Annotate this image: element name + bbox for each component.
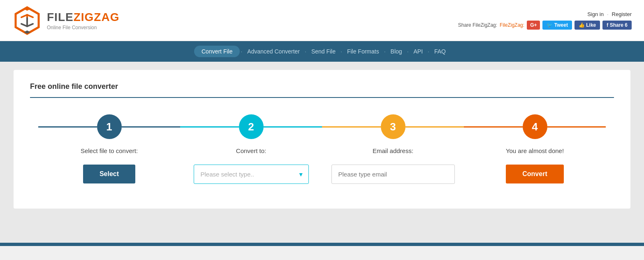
step-4-line-left xyxy=(464,126,523,128)
nav-link-api[interactable]: API xyxy=(410,41,427,62)
share-filezigzag: FileZigZag: xyxy=(500,22,524,28)
logo-file: FILE xyxy=(47,11,74,23)
step-1-indicator: 1 xyxy=(38,114,180,139)
step-4-action: Convert xyxy=(506,165,563,183)
nav-link-blog[interactable]: Blog xyxy=(387,41,406,62)
thumbs-up-icon: 👍 xyxy=(579,22,585,28)
card-title: Free online file converter xyxy=(30,82,614,98)
logo-text: FILEZIGZAG Online File Conversion xyxy=(47,11,119,30)
step-1: 1 Select file to convert: Select xyxy=(38,114,180,183)
nav-sep-1: · xyxy=(240,48,243,55)
nav-item-convert-file[interactable]: Convert File xyxy=(194,46,240,57)
navbar: Convert File · Advanced Converter · Send… xyxy=(0,41,644,62)
footer-stripe xyxy=(0,243,644,246)
step-1-label: Select file to convert: xyxy=(81,147,138,154)
select-file-button[interactable]: Select xyxy=(83,165,135,183)
step-1-line-right xyxy=(122,126,181,128)
convert-button[interactable]: Convert xyxy=(506,165,563,183)
step-3-line-right xyxy=(405,126,464,128)
tweet-button[interactable]: 🐦 Tweet xyxy=(542,21,572,30)
facebook-icon: f xyxy=(607,22,608,28)
nav-item-send-file[interactable]: Send File xyxy=(307,41,340,62)
logo-name: FILEZIGZAG xyxy=(47,11,119,24)
step-3-line-left xyxy=(322,126,381,128)
step-2: 2 Convert to: Please select type.. ▼ xyxy=(180,114,322,184)
step-2-circle: 2 xyxy=(239,114,264,139)
step-1-line-left xyxy=(38,126,97,128)
nav-sep-6: · xyxy=(427,48,430,55)
select-type-wrapper: Please select type.. ▼ xyxy=(194,165,309,184)
nav-item-faq[interactable]: FAQ xyxy=(430,41,450,62)
step-3-number: 3 xyxy=(390,121,396,133)
nav-sep-4: · xyxy=(383,48,387,55)
auth-dot: · xyxy=(607,11,609,17)
nav-item-file-formats[interactable]: File Formats xyxy=(343,41,383,62)
step-2-action: Please select type.. ▼ xyxy=(194,165,309,184)
nav-link-faq[interactable]: FAQ xyxy=(430,41,450,62)
converter-card: Free online file converter 1 Select file… xyxy=(14,70,630,209)
tweet-icon: 🐦 xyxy=(547,22,553,28)
step-2-number: 2 xyxy=(248,121,254,133)
logo-tagline: Online File Conversion xyxy=(47,25,119,30)
convert-type-select[interactable]: Please select type.. xyxy=(194,165,309,184)
nav-link-send-file[interactable]: Send File xyxy=(307,41,340,62)
step-2-line-right xyxy=(264,126,322,128)
step-2-line-left xyxy=(180,126,239,128)
step-4-indicator: 4 xyxy=(464,114,606,139)
step-3-indicator: 3 xyxy=(322,114,464,139)
logo-area: FILEZIGZAG Online File Conversion xyxy=(12,6,119,35)
step-4: 4 You are almost done! Convert xyxy=(464,114,606,183)
logo-zigzag: ZIGZAG xyxy=(74,11,120,23)
step-3-label: Email address: xyxy=(373,147,413,154)
nav-link-convert-file[interactable]: Convert File xyxy=(194,46,240,57)
header-auth: Sign in · Register xyxy=(587,11,632,17)
share-label: Share FileZigZag: xyxy=(458,22,497,28)
step-3-circle: 3 xyxy=(381,114,405,139)
nav-item-advanced-converter[interactable]: Advanced Converter xyxy=(243,41,304,62)
logo-icon xyxy=(12,6,42,35)
nav-items: Convert File · Advanced Converter · Send… xyxy=(194,41,450,62)
fb-share-button[interactable]: f Share 6 xyxy=(602,21,632,30)
google-plus-button[interactable]: G+ xyxy=(527,21,540,30)
nav-sep-3: · xyxy=(340,48,343,55)
step-1-number: 1 xyxy=(106,121,112,133)
step-2-label: Convert to: xyxy=(236,147,266,154)
like-button[interactable]: 👍 Like xyxy=(575,21,600,30)
step-2-indicator: 2 xyxy=(180,114,322,139)
step-4-circle: 4 xyxy=(523,114,547,139)
header-right: Sign in · Register Share FileZigZag: Fil… xyxy=(458,11,632,30)
step-3-action xyxy=(331,165,455,184)
email-input[interactable] xyxy=(331,165,455,184)
nav-item-blog[interactable]: Blog xyxy=(387,41,406,62)
nav-sep-2: · xyxy=(304,48,307,55)
register-link[interactable]: Register xyxy=(612,11,632,17)
social-share: Share FileZigZag: FileZigZag: G+ 🐦 Tweet… xyxy=(458,21,632,30)
main-wrapper: Free online file converter 1 Select file… xyxy=(0,62,644,243)
nav-link-file-formats[interactable]: File Formats xyxy=(343,41,383,62)
signin-link[interactable]: Sign in xyxy=(587,11,604,17)
steps-container: 1 Select file to convert: Select 2 xyxy=(30,114,614,184)
step-4-line-right xyxy=(547,126,606,128)
step-3: 3 Email address: xyxy=(322,114,464,184)
header: FILEZIGZAG Online File Conversion Sign i… xyxy=(0,0,644,41)
nav-item-api[interactable]: API xyxy=(410,41,427,62)
step-1-action: Select xyxy=(83,165,135,183)
step-4-number: 4 xyxy=(532,121,537,133)
nav-link-advanced-converter[interactable]: Advanced Converter xyxy=(243,41,304,62)
step-4-label: You are almost done! xyxy=(506,147,564,154)
nav-sep-5: · xyxy=(406,48,410,55)
step-1-circle: 1 xyxy=(97,114,122,139)
